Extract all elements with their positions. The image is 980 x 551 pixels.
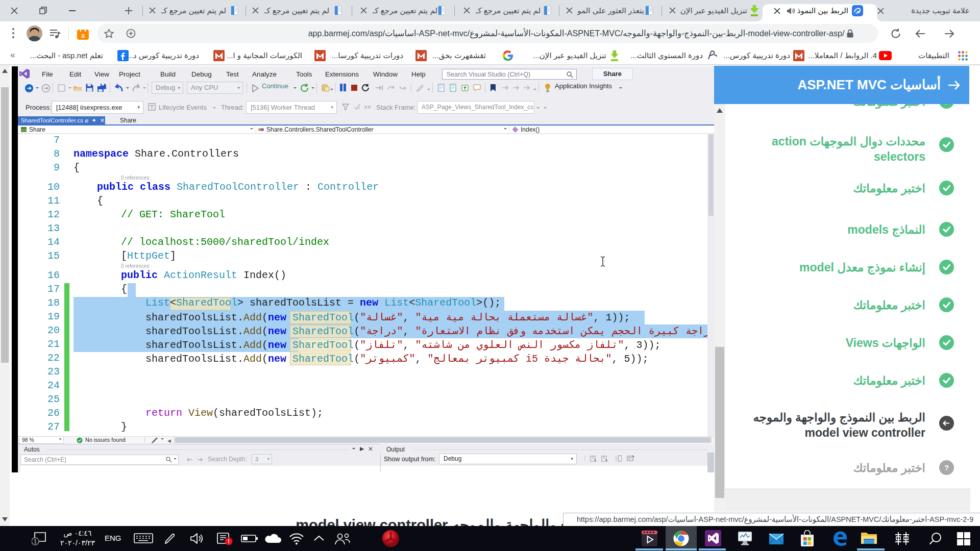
svg-text:!: ! [228, 538, 230, 544]
svg-text:1: 1 [34, 539, 37, 544]
svg-text:?: ? [944, 463, 949, 472]
svg-text:a: a [81, 32, 85, 39]
